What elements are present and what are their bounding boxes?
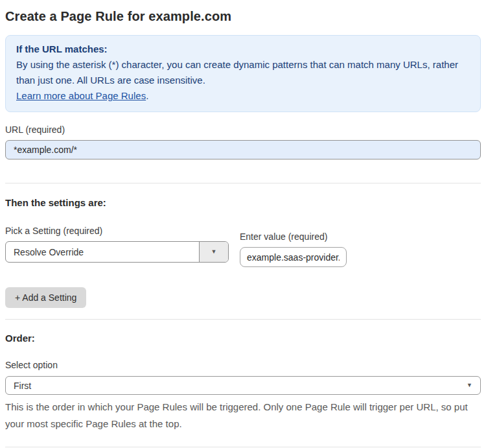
order-selected-value: First — [14, 381, 467, 391]
setting-picker-dropdown[interactable]: Resolve Override ▼ — [5, 241, 229, 263]
info-box-body: By using the asterisk (*) character, you… — [16, 57, 470, 88]
settings-section-heading: Then the settings are: — [5, 197, 481, 208]
settings-row: Pick a Setting (required) Resolve Overri… — [5, 226, 481, 267]
page-title: Create a Page Rule for example.com — [5, 0, 481, 24]
order-select-dropdown[interactable]: First ▼ — [5, 376, 481, 395]
page-rule-form: Create a Page Rule for example.com If th… — [0, 0, 486, 448]
add-setting-button[interactable]: + Add a Setting — [5, 287, 86, 308]
info-box-heading: If the URL matches: — [16, 41, 470, 57]
section-divider — [5, 319, 481, 320]
learn-more-link[interactable]: Learn more about Page Rules — [16, 90, 146, 101]
chevron-down-icon: ▼ — [211, 249, 217, 255]
setting-picker-label: Pick a Setting (required) — [5, 226, 229, 236]
section-divider — [5, 183, 481, 183]
link-suffix: . — [146, 90, 148, 101]
setting-value-column: Enter value (required) — [240, 226, 347, 267]
setting-picker-column: Pick a Setting (required) Resolve Overri… — [5, 226, 229, 263]
chevron-down-icon: ▼ — [467, 383, 472, 388]
setting-picker-arrow-button[interactable]: ▼ — [199, 242, 228, 262]
footer-divider — [5, 447, 481, 447]
url-match-info-box: If the URL matches: By using the asteris… — [5, 35, 481, 112]
order-help-text: This is the order in which your Page Rul… — [5, 399, 481, 432]
setting-value-input[interactable] — [240, 247, 347, 267]
order-select-label: Select option — [5, 360, 481, 370]
setting-value-label: Enter value (required) — [240, 231, 347, 242]
url-input[interactable] — [5, 140, 481, 159]
setting-picker-selected-value: Resolve Override — [6, 242, 199, 262]
url-field-label: URL (required) — [5, 124, 481, 135]
info-box-link-line: Learn more about Page Rules. — [16, 88, 470, 104]
order-section-heading: Order: — [5, 333, 481, 344]
